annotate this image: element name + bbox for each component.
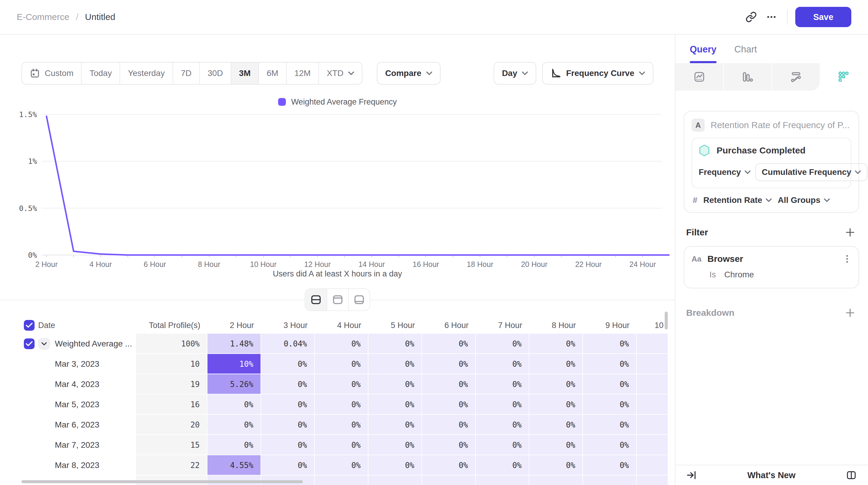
total-profiles-cell[interactable]: 10 bbox=[136, 354, 208, 374]
value-cell[interactable]: 5.26% bbox=[208, 374, 261, 394]
value-cell[interactable] bbox=[583, 476, 637, 485]
copy-link-icon[interactable] bbox=[741, 7, 761, 27]
value-cell[interactable]: 0% bbox=[637, 415, 668, 435]
select-all-checkbox[interactable] bbox=[24, 320, 35, 331]
range-yesterday[interactable]: Yesterday bbox=[120, 63, 173, 84]
value-cell[interactable]: 0% bbox=[476, 435, 529, 455]
measure-dropdown[interactable]: Retention Rate bbox=[704, 195, 772, 205]
value-cell[interactable]: 0% bbox=[315, 354, 368, 374]
compare-button[interactable]: Compare bbox=[377, 62, 440, 85]
save-button[interactable]: Save bbox=[795, 7, 851, 27]
cumulative-frequency-dropdown[interactable]: Cumulative Frequency bbox=[755, 163, 867, 181]
split-view-toggle[interactable] bbox=[305, 289, 327, 311]
value-cell[interactable]: 0% bbox=[261, 374, 315, 394]
value-cell[interactable]: 0% bbox=[208, 415, 261, 435]
value-cell[interactable] bbox=[368, 476, 422, 485]
value-cell[interactable]: 0% bbox=[422, 334, 476, 354]
filter-property[interactable]: Browser bbox=[707, 254, 743, 264]
value-cell[interactable]: 0% bbox=[476, 354, 529, 374]
side-by-side-icon[interactable] bbox=[843, 467, 859, 483]
column-header-2-hour[interactable]: 2 Hour bbox=[208, 317, 261, 334]
value-cell[interactable]: 0% bbox=[529, 354, 583, 374]
vertical-scrollbar[interactable] bbox=[665, 312, 668, 329]
breadcrumb-project[interactable]: E-Commerce bbox=[17, 12, 69, 22]
add-breakdown-icon[interactable] bbox=[843, 306, 857, 319]
column-header-5-hour[interactable]: 5 Hour bbox=[368, 317, 422, 334]
value-cell[interactable]: 0% bbox=[422, 354, 476, 374]
legend-label[interactable]: Weighted Average Frequency bbox=[291, 97, 397, 107]
range-xtd[interactable]: XTD bbox=[318, 63, 362, 84]
value-cell[interactable]: 0% bbox=[583, 394, 637, 415]
total-profiles-cell[interactable]: 15 bbox=[136, 435, 208, 455]
chart-mode-button[interactable]: Frequency Curve bbox=[542, 62, 653, 85]
value-cell[interactable]: 0% bbox=[529, 374, 583, 394]
chart-view-toggle[interactable] bbox=[327, 289, 348, 311]
range-7d[interactable]: 7D bbox=[173, 63, 199, 84]
insights-chart-type-icon[interactable] bbox=[676, 63, 723, 91]
value-cell[interactable]: 1.48% bbox=[208, 334, 261, 354]
value-cell[interactable]: 0% bbox=[583, 354, 637, 374]
range-3m[interactable]: 3M bbox=[231, 63, 258, 84]
value-cell[interactable]: 0% bbox=[368, 415, 422, 435]
collapse-panel-icon[interactable] bbox=[684, 467, 699, 483]
tab-chart[interactable]: Chart bbox=[735, 44, 757, 63]
column-header-9-hour[interactable]: 9 Hour bbox=[583, 317, 637, 334]
filter-kebab-icon[interactable] bbox=[843, 254, 851, 264]
value-cell[interactable]: 0% bbox=[368, 334, 422, 354]
event-selector[interactable]: Purchase Completed bbox=[699, 144, 844, 157]
value-cell[interactable]: 4.55% bbox=[208, 455, 261, 476]
value-cell[interactable]: 0% bbox=[208, 394, 261, 415]
value-cell[interactable]: 0% bbox=[261, 394, 315, 415]
value-cell[interactable]: 0% bbox=[583, 415, 637, 435]
report-title[interactable]: Untitled bbox=[85, 12, 115, 22]
value-cell[interactable]: 0% bbox=[315, 334, 368, 354]
metric-title-input[interactable]: Retention Rate of Frequency of P... bbox=[711, 120, 849, 130]
value-cell[interactable]: 0% bbox=[637, 435, 668, 455]
value-cell[interactable]: 0% bbox=[368, 394, 422, 415]
total-profiles-cell[interactable]: 100% bbox=[136, 334, 208, 354]
value-cell[interactable]: 0% bbox=[529, 455, 583, 476]
frequency-dropdown[interactable]: Frequency bbox=[699, 167, 750, 177]
tab-query[interactable]: Query bbox=[690, 44, 717, 63]
value-cell[interactable]: 0% bbox=[315, 435, 368, 455]
add-filter-icon[interactable] bbox=[843, 226, 857, 239]
column-header-date[interactable]: Date bbox=[0, 317, 136, 334]
value-cell[interactable]: 0% bbox=[261, 435, 315, 455]
value-cell[interactable]: 0% bbox=[637, 354, 668, 374]
groups-dropdown[interactable]: All Groups bbox=[778, 195, 830, 205]
column-header-10-hour[interactable]: 10 Hour bbox=[637, 317, 668, 334]
value-cell[interactable]: 0% bbox=[422, 394, 476, 415]
range-6m[interactable]: 6M bbox=[258, 63, 286, 84]
column-header-7-hour[interactable]: 7 Hour bbox=[476, 317, 529, 334]
value-cell[interactable]: 0% bbox=[261, 455, 315, 476]
value-cell[interactable]: 0% bbox=[368, 354, 422, 374]
value-cell[interactable]: 0% bbox=[422, 435, 476, 455]
value-cell[interactable]: 0% bbox=[422, 455, 476, 476]
value-cell[interactable]: 0% bbox=[261, 415, 315, 435]
value-cell[interactable]: 0.04% bbox=[261, 334, 315, 354]
total-profiles-cell[interactable]: 19 bbox=[136, 374, 208, 394]
filter-operator[interactable]: Is bbox=[709, 270, 716, 280]
series-checkbox[interactable] bbox=[24, 338, 35, 349]
value-cell[interactable]: 0% bbox=[529, 334, 583, 354]
value-cell[interactable]: 0% bbox=[529, 435, 583, 455]
horizontal-scrollbar[interactable] bbox=[22, 480, 303, 483]
value-cell[interactable]: 0% bbox=[315, 455, 368, 476]
column-header-4-hour[interactable]: 4 Hour bbox=[315, 317, 368, 334]
value-cell[interactable]: 0% bbox=[583, 455, 637, 476]
value-cell[interactable]: 0% bbox=[529, 394, 583, 415]
funnels-chart-type-icon[interactable] bbox=[723, 63, 771, 91]
range-30d[interactable]: 30D bbox=[199, 63, 230, 84]
value-cell[interactable]: 0% bbox=[368, 455, 422, 476]
value-cell[interactable]: 0% bbox=[315, 374, 368, 394]
value-cell[interactable]: 0% bbox=[583, 374, 637, 394]
value-cell[interactable]: 0% bbox=[476, 394, 529, 415]
expand-chevron-icon[interactable] bbox=[38, 338, 50, 350]
value-cell[interactable]: 0% bbox=[476, 334, 529, 354]
column-header-6-hour[interactable]: 6 Hour bbox=[422, 317, 476, 334]
value-cell[interactable]: 10% bbox=[208, 354, 261, 374]
value-cell[interactable]: 0% bbox=[476, 415, 529, 435]
value-cell[interactable]: 0% bbox=[315, 394, 368, 415]
value-cell[interactable]: 0% bbox=[368, 374, 422, 394]
value-cell[interactable]: 0% bbox=[261, 354, 315, 374]
